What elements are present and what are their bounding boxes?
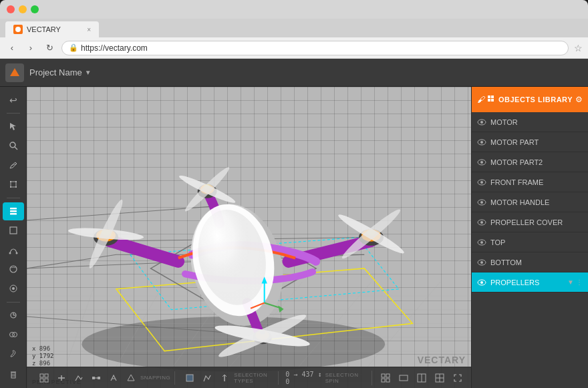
svg-marker-1	[10, 68, 19, 76]
list-item[interactable]: TOP	[472, 232, 588, 252]
snap-btn-1[interactable]	[53, 371, 69, 385]
sel-type-btn-1[interactable]	[182, 371, 198, 385]
app-header: Project Name ▼	[0, 59, 588, 87]
tool-measure[interactable]	[3, 307, 24, 325]
panel-settings-icon[interactable]: ⚙	[575, 95, 583, 104]
left-toolbar: ↩	[0, 87, 27, 388]
svg-marker-76	[278, 306, 283, 313]
svg-point-116	[480, 221, 483, 224]
tool-brush[interactable]	[3, 345, 24, 363]
eye-visible-icon[interactable]	[477, 159, 486, 166]
list-item[interactable]: MOTOR PART2	[472, 152, 588, 172]
object-name-label: PROPELLER COVER	[490, 218, 583, 226]
app-container: Project Name ▼ ↩	[0, 59, 588, 388]
eye-visible-icon[interactable]	[477, 199, 486, 206]
coord-display: 0 → 437 ↕ 0	[285, 371, 323, 385]
view-frame-button[interactable]	[396, 371, 412, 385]
eye-visible-icon[interactable]	[477, 139, 486, 146]
project-name-label[interactable]: Project Name	[29, 67, 82, 77]
list-item[interactable]: FRONT FRAME	[472, 172, 588, 192]
sel-type-btn-3[interactable]	[216, 371, 233, 385]
nav-forward-button[interactable]: ›	[24, 41, 37, 55]
tool-path[interactable]	[3, 241, 24, 259]
object-name-label: TOP	[490, 238, 583, 246]
svg-point-112	[480, 181, 483, 184]
browser-tab[interactable]: VECTARY ×	[5, 21, 99, 37]
object-name-label: PROPELLERS	[490, 278, 563, 286]
svg-point-2	[10, 142, 15, 148]
svg-rect-9	[15, 186, 17, 188]
viewport[interactable]: x 896 y 1792 z 896 PERSPECTIVE VECTARY	[27, 87, 471, 388]
svg-rect-103	[488, 99, 490, 102]
eye-visible-icon[interactable]	[477, 119, 486, 126]
object-more-icon[interactable]: ⋮	[576, 278, 583, 286]
tool-select[interactable]	[3, 118, 24, 136]
svg-rect-93	[382, 379, 385, 382]
sel-type-btn-2[interactable]	[199, 371, 215, 385]
eye-visible-icon[interactable]	[477, 179, 486, 186]
view-fullscreen-button[interactable]	[450, 371, 466, 385]
list-item[interactable]: MOTOR PART	[472, 132, 588, 152]
project-name-wrap: Project Name ▼	[29, 67, 92, 77]
grid-toggle-button[interactable]	[36, 371, 52, 385]
list-item[interactable]: PROPELLERS ▼ ⋮	[472, 272, 588, 293]
ssl-lock-icon: 🔒	[69, 43, 78, 52]
snap-btn-5[interactable]	[123, 371, 139, 385]
view-split-button[interactable]	[414, 371, 430, 385]
bookmark-star-icon[interactable]: ☆	[574, 43, 583, 53]
nav-back-button[interactable]: ‹	[5, 41, 19, 55]
eye-visible-icon[interactable]	[477, 239, 486, 246]
coord-z: z 896	[32, 360, 54, 367]
tool-boolean[interactable]	[3, 326, 24, 344]
tool-layers[interactable]	[3, 202, 24, 220]
snap-btn-2[interactable]	[71, 371, 87, 385]
vectary-watermark: VECTARY	[418, 355, 466, 365]
nav-refresh-button[interactable]: ↻	[43, 41, 56, 55]
svg-rect-10	[10, 208, 17, 210]
snap-btn-4[interactable]	[106, 371, 122, 385]
view-quad-button[interactable]	[432, 371, 448, 385]
tool-pen[interactable]	[3, 156, 24, 174]
snap-btn-3[interactable]	[88, 371, 104, 385]
tool-zoom[interactable]	[3, 137, 24, 155]
view-grid-button[interactable]	[378, 371, 394, 385]
tool-delete[interactable]	[3, 366, 24, 384]
svg-point-0	[15, 27, 21, 32]
tool-transform[interactable]	[3, 176, 24, 194]
svg-point-120	[480, 261, 483, 264]
tool-settings[interactable]	[3, 280, 24, 298]
address-bar[interactable]: 🔒 https://vectary.com	[61, 41, 569, 55]
svg-rect-92	[386, 374, 390, 377]
browser-window: VECTARY × ‹ › ↻ 🔒 https://vectary.com ☆	[0, 0, 588, 59]
eye-visible-icon[interactable]	[477, 219, 486, 226]
list-item[interactable]: MOTOR	[472, 112, 588, 132]
eye-visible-icon[interactable]	[477, 259, 486, 266]
panel-paint-icon[interactable]: 🖌	[477, 95, 485, 104]
tool-shapes[interactable]	[3, 222, 24, 240]
traffic-light-yellow[interactable]	[19, 5, 27, 13]
selection-spin-group: 0 → 437 ↕ 0 SELECTION SPIN	[281, 371, 372, 385]
traffic-light-red[interactable]	[7, 5, 15, 13]
object-actions: ▼ ⋮	[567, 278, 583, 286]
svg-point-17	[12, 287, 15, 290]
panel-title-wrap: OBJECTS LIBRARY	[488, 95, 573, 104]
object-filter-icon[interactable]: ▼	[567, 278, 574, 286]
list-item[interactable]: BOTTOM	[472, 252, 588, 272]
coord-x: x 896	[32, 345, 54, 352]
propeller-tr	[329, 196, 414, 272]
tool-material[interactable]	[3, 260, 24, 278]
tool-undo[interactable]: ↩	[3, 91, 24, 109]
snapping-group: SNAPPING	[32, 371, 175, 385]
project-dropdown-icon[interactable]: ▼	[85, 69, 92, 76]
tab-close-btn[interactable]: ×	[87, 26, 91, 33]
selection-types-label: SELECTION TYPES	[234, 372, 274, 384]
traffic-light-green[interactable]	[31, 5, 39, 13]
svg-rect-89	[186, 375, 193, 381]
svg-point-114	[480, 201, 483, 204]
svg-point-110	[480, 161, 483, 164]
svg-rect-79	[45, 374, 48, 377]
svg-point-15	[15, 252, 17, 254]
eye-visible-icon[interactable]	[477, 279, 486, 286]
list-item[interactable]: MOTOR HANDLE	[472, 192, 588, 212]
list-item[interactable]: PROPELLER COVER	[472, 212, 588, 232]
